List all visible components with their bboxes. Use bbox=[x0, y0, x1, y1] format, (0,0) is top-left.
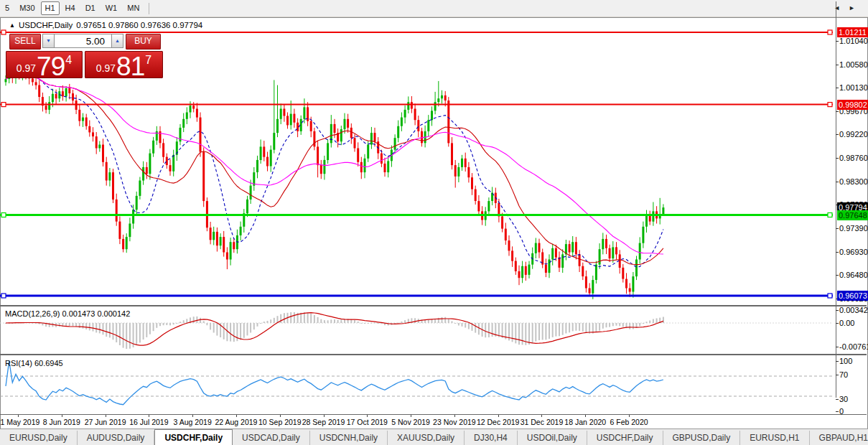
price-axis-label: 0.97390 bbox=[839, 224, 868, 233]
buy-price-box[interactable]: 0.97 81 7 bbox=[85, 51, 163, 78]
date-tick bbox=[498, 415, 499, 417]
chart-tab-bar: EURUSD,DailyAUDUSD,DailyUSDCHF,DailyUSDC… bbox=[0, 428, 868, 445]
one-click-trade-widget: SELL ▼ ▲ BUY 0.97 79 4 0.97 81 7 bbox=[6, 32, 163, 80]
date-tick bbox=[18, 415, 19, 417]
price-badge: 0.96073 bbox=[837, 291, 868, 301]
chart-tab-0[interactable]: EURUSD,Daily bbox=[0, 431, 78, 445]
indicator-axis-label: 0.00 bbox=[839, 319, 854, 327]
chart-tab-6[interactable]: DJ30,H4 bbox=[465, 431, 518, 445]
indicator-tick bbox=[836, 375, 839, 375]
rsi-line bbox=[6, 361, 663, 405]
price-axis-separator bbox=[836, 1, 836, 398]
price-tick bbox=[836, 182, 839, 182]
timeframe-button-mn[interactable]: MN bbox=[123, 1, 144, 15]
indicator-axis-label: 0.003428 bbox=[839, 306, 868, 314]
indicator-axis-label: 0 bbox=[839, 407, 844, 416]
tab-scroll-right-icon[interactable]: ► bbox=[849, 4, 864, 11]
date-label: 8 Jun 2019 bbox=[43, 418, 80, 426]
date-label: 5 Nov 2019 bbox=[391, 418, 430, 426]
date-tick bbox=[454, 415, 455, 417]
chart-tab-2[interactable]: USDCHF,Daily bbox=[154, 429, 233, 445]
indicator-tick bbox=[836, 411, 839, 412]
price-tick bbox=[836, 65, 839, 65]
timeframe-button-w1[interactable]: W1 bbox=[101, 1, 122, 15]
date-tick bbox=[62, 415, 62, 417]
indicator-tick bbox=[836, 347, 839, 347]
candles-layer bbox=[5, 66, 665, 299]
date-tick bbox=[629, 415, 630, 417]
sell-price-base: 0.97 bbox=[17, 62, 36, 74]
date-label: 10 Sep 2019 bbox=[258, 418, 302, 426]
timeframe-button-5[interactable]: 5 bbox=[1, 1, 14, 15]
rsi-indicator-surface[interactable] bbox=[0, 355, 836, 414]
chart-cursor-icon: ▲ bbox=[9, 22, 15, 29]
sell-price-pip: 4 bbox=[65, 54, 72, 67]
chart-tab-10[interactable]: EURUSD,H1 bbox=[740, 431, 809, 445]
date-label: 27 Jun 2019 bbox=[85, 418, 126, 426]
buy-price-base: 0.97 bbox=[96, 62, 116, 74]
timeframe-button-h4[interactable]: H4 bbox=[61, 1, 80, 15]
macd-rsi-separator[interactable] bbox=[0, 354, 867, 355]
date-tick bbox=[367, 415, 368, 417]
toolbar-separator bbox=[149, 3, 149, 14]
price-badge: 1.01211 bbox=[837, 27, 868, 37]
price-tick bbox=[836, 134, 839, 135]
tab-scroll-arrows: ◄► bbox=[834, 4, 864, 11]
rsi-dates-separator bbox=[0, 414, 867, 415]
date-label: 16 Jul 2019 bbox=[129, 418, 168, 426]
indicator-tick bbox=[836, 323, 839, 324]
date-label: 28 Sep 2019 bbox=[302, 418, 345, 426]
main-macd-separator[interactable] bbox=[0, 305, 867, 306]
chart-tab-8[interactable]: USDCHF,Daily bbox=[587, 431, 663, 445]
chart-tab-11[interactable]: GBPAUD,H1 bbox=[810, 431, 868, 445]
date-label: 22 Aug 2019 bbox=[215, 418, 257, 426]
macd-label: MACD(12,26,9) 0.001473 0.000142 bbox=[5, 309, 130, 318]
indicator-axis-label: 100 bbox=[839, 357, 852, 365]
price-tick bbox=[836, 228, 839, 229]
timeframe-button-m30[interactable]: M30 bbox=[15, 1, 39, 15]
date-label: 18 Jan 2020 bbox=[564, 418, 606, 426]
price-axis-label: 1.00130 bbox=[839, 83, 868, 92]
price-tick bbox=[836, 111, 839, 112]
chart-tab-5[interactable]: XAUUSD,Daily bbox=[388, 431, 465, 445]
price-tick bbox=[836, 88, 839, 88]
date-label: 21 May 2019 bbox=[0, 418, 39, 426]
buy-price-big: 81 bbox=[116, 56, 144, 78]
chart-tab-1[interactable]: AUDUSD,Daily bbox=[78, 431, 155, 445]
chart-tab-3[interactable]: USDCAD,Daily bbox=[233, 431, 310, 445]
date-tick bbox=[585, 415, 586, 417]
date-tick bbox=[280, 415, 281, 417]
price-badge: 0.99802 bbox=[837, 100, 868, 110]
timeframe-button-h1[interactable]: H1 bbox=[41, 1, 60, 15]
symbol-period-label: USDCHF,Daily bbox=[19, 21, 73, 29]
chart-tab-9[interactable]: GBPUSD,Daily bbox=[663, 431, 741, 445]
chart-tab-4[interactable]: USDCNH,Daily bbox=[310, 431, 388, 445]
price-axis-label: 0.96480 bbox=[839, 271, 868, 279]
rsi-label: RSI(14) 60.6945 bbox=[5, 359, 63, 367]
sell-button[interactable]: SELL bbox=[9, 34, 41, 50]
indicator-axis-label: 30 bbox=[839, 395, 848, 403]
date-tick bbox=[411, 415, 411, 417]
chart-title: ▲ USDCHF,Daily 0.97651 0.97860 0.97636 0… bbox=[9, 21, 202, 29]
date-tick bbox=[192, 415, 193, 417]
chart-tab-7[interactable]: USDOil,Daily bbox=[518, 431, 587, 445]
date-label: 17 Oct 2019 bbox=[347, 418, 388, 426]
buy-price-pip: 7 bbox=[145, 54, 151, 67]
price-axis-label: 0.96930 bbox=[839, 248, 868, 256]
indicator-tick bbox=[836, 399, 839, 400]
timeframe-button-d1[interactable]: D1 bbox=[81, 1, 100, 15]
indicator-tick bbox=[836, 310, 839, 311]
price-tick bbox=[836, 252, 839, 253]
price-axis-label: 0.99220 bbox=[839, 130, 868, 139]
sell-price-box[interactable]: 0.97 79 4 bbox=[6, 51, 83, 78]
date-label: 3 Aug 2019 bbox=[174, 418, 212, 426]
date-label: 31 Dec 2019 bbox=[521, 418, 564, 426]
buy-button[interactable]: BUY bbox=[126, 34, 161, 50]
volume-input[interactable] bbox=[55, 34, 112, 48]
date-tick bbox=[149, 415, 149, 417]
date-tick bbox=[236, 415, 237, 417]
volume-increase-button[interactable]: ▲ bbox=[111, 34, 123, 48]
indicator-axis-label: 70 bbox=[839, 370, 848, 379]
price-axis-label: 0.98760 bbox=[839, 154, 868, 162]
volume-decrease-button[interactable]: ▼ bbox=[42, 34, 55, 48]
